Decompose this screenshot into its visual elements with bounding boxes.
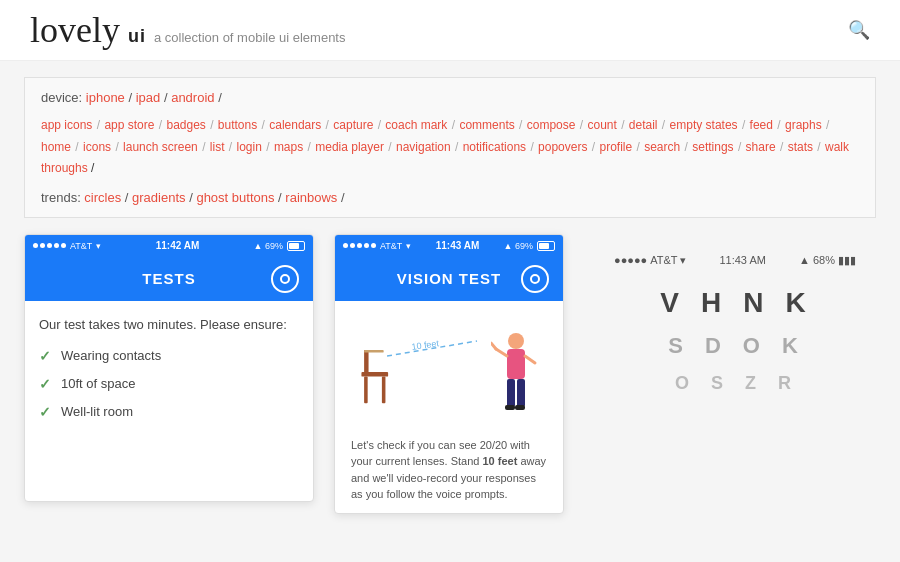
content-intro: Our test takes two minutes. Please ensur… (39, 317, 299, 332)
phone-nav-icon-inner-1 (280, 274, 290, 284)
chart-letter-o2: O (675, 373, 693, 394)
nav-link-graphs[interactable]: graphs (785, 118, 822, 132)
eye-chart-panel: ●●●●● AT&T ▾ 11:43 AM ▲ 68% ▮▮▮ V H N K … (594, 234, 876, 514)
nav-link-stats[interactable]: stats (788, 140, 813, 154)
battery-plain: ▲ 68% ▮▮▮ (799, 254, 856, 267)
trend-gradients[interactable]: gradients (132, 190, 185, 205)
nav-link-app-store[interactable]: app store (104, 118, 154, 132)
time-2: 11:43 AM (436, 240, 480, 251)
nav-link-maps[interactable]: maps (274, 140, 303, 154)
nav-link-detail[interactable]: detail (629, 118, 658, 132)
chart-row-large: V H N K (614, 287, 856, 319)
checkmark-2: ✓ (39, 376, 51, 392)
phone-title-2: VISION TEST (397, 270, 501, 287)
nav-link-coach-mark[interactable]: coach mark (385, 118, 447, 132)
caption-bold: 10 feet (482, 455, 517, 467)
phone-nav-icon-1 (271, 265, 299, 293)
nav-link-empty-states[interactable]: empty states (670, 118, 738, 132)
nav-link-icons[interactable]: icons (83, 140, 111, 154)
vision-caption: Let's check if you can see 20/20 with yo… (347, 429, 551, 503)
device-ipad[interactable]: ipad (136, 90, 161, 105)
svg-rect-2 (364, 376, 368, 403)
device-label: device: (41, 90, 86, 105)
phone-title-1: TESTS (142, 270, 195, 287)
chart-letter-o: O (743, 333, 764, 359)
nav-link-compose[interactable]: compose (527, 118, 576, 132)
time-1: 11:42 AM (156, 240, 200, 251)
svg-rect-13 (515, 405, 525, 410)
phone-nav-icon-inner-2 (530, 274, 540, 284)
time-plain: 11:43 AM (719, 254, 765, 266)
phone-navbar-2: VISION TEST (335, 257, 563, 301)
nav-link-comments[interactable]: comments (459, 118, 514, 132)
nav-link-feed[interactable]: feed (750, 118, 773, 132)
svg-text:10 feet: 10 feet (411, 338, 440, 352)
carrier-plain: AT&T ▾ (650, 254, 686, 267)
trend-rainbows[interactable]: rainbows (285, 190, 337, 205)
logo-area: lovely ui a collection of mobile ui elem… (30, 12, 345, 48)
nav-link-calendars[interactable]: calendars (269, 118, 321, 132)
chart-row-small: O S Z R (614, 373, 856, 394)
nav-link-login[interactable]: login (237, 140, 262, 154)
device-iphone[interactable]: iphone (86, 90, 125, 105)
nav-link-popovers[interactable]: popovers (538, 140, 587, 154)
checklist-item-2: ✓ 10ft of space (39, 376, 299, 392)
phone-screen-vision: AT&T ▾ 11:43 AM ▲ 69% VISION TEST (334, 234, 564, 514)
device-android[interactable]: android (171, 90, 214, 105)
search-icon[interactable]: 🔍 (848, 19, 870, 41)
eye-chart-rows: V H N K S D O K O S Z R (614, 277, 856, 418)
checkmark-3: ✓ (39, 404, 51, 420)
wifi-1: ▾ (96, 241, 101, 251)
battery-1 (287, 241, 305, 251)
checklist-text-1: Wearing contacts (61, 348, 161, 363)
checklist-text-2: 10ft of space (61, 376, 135, 391)
status-left-1: AT&T ▾ (33, 241, 101, 251)
signal-dots-1 (33, 243, 66, 248)
person-illustration (491, 331, 541, 421)
logo-lovely: lovely (30, 12, 120, 48)
nav-link-share[interactable]: share (746, 140, 776, 154)
nav-link-app-icons[interactable]: app icons (41, 118, 92, 132)
trend-circles[interactable]: circles (84, 190, 121, 205)
status-bar-plain: ●●●●● AT&T ▾ 11:43 AM ▲ 68% ▮▮▮ (614, 254, 856, 267)
logo-tagline: a collection of mobile ui elements (154, 30, 346, 45)
checklist-item-1: ✓ Wearing contacts (39, 348, 299, 364)
status-bar-2: AT&T ▾ 11:43 AM ▲ 69% (335, 235, 563, 257)
trend-ghost-buttons[interactable]: ghost buttons (196, 190, 274, 205)
nav-link-search[interactable]: search (644, 140, 680, 154)
nav-link-profile[interactable]: profile (599, 140, 632, 154)
svg-rect-12 (505, 405, 515, 410)
chart-letter-z: Z (745, 373, 760, 394)
svg-line-7 (496, 349, 507, 356)
nav-link-list[interactable]: list (210, 140, 225, 154)
checklist-item-3: ✓ Well-lit room (39, 404, 299, 420)
wifi-2: ▾ (406, 241, 411, 251)
chart-letter-d: D (705, 333, 725, 359)
nav-link-notifications[interactable]: notifications (463, 140, 526, 154)
checkmark-1: ✓ (39, 348, 51, 364)
phone-screen-tests: AT&T ▾ 11:42 AM ▲ 69% TESTS (24, 234, 314, 502)
nav-link-badges[interactable]: badges (166, 118, 205, 132)
svg-rect-1 (364, 350, 368, 374)
chart-letter-k: K (785, 287, 809, 319)
carrier-2: AT&T (380, 241, 402, 251)
nav-link-count[interactable]: count (587, 118, 616, 132)
chart-row-medium: S D O K (614, 333, 856, 359)
phone-content-1: Our test takes two minutes. Please ensur… (25, 301, 313, 501)
status-right-1: ▲ 69% (254, 241, 305, 251)
status-carrier-plain: ●●●●● AT&T ▾ (614, 254, 686, 267)
nav-link-buttons[interactable]: buttons (218, 118, 257, 132)
chart-letter-s2: S (711, 373, 727, 394)
signal-2: ▲ 69% (504, 241, 533, 251)
nav-link-settings[interactable]: settings (692, 140, 733, 154)
nav-link-media-player[interactable]: media player (315, 140, 384, 154)
nav-link-navigation[interactable]: navigation (396, 140, 451, 154)
nav-link-home[interactable]: home (41, 140, 71, 154)
device-line: device: iphone / ipad / android / (41, 90, 859, 105)
phone-content-2: 10 feet Let's check if you can see 20/20… (335, 301, 563, 513)
nav-link-capture[interactable]: capture (333, 118, 373, 132)
nav-link-launch-screen[interactable]: launch screen (123, 140, 198, 154)
trends-label: trends: (41, 190, 84, 205)
svg-line-9 (525, 356, 535, 363)
trends-line: trends: circles / gradients / ghost butt… (41, 190, 859, 205)
